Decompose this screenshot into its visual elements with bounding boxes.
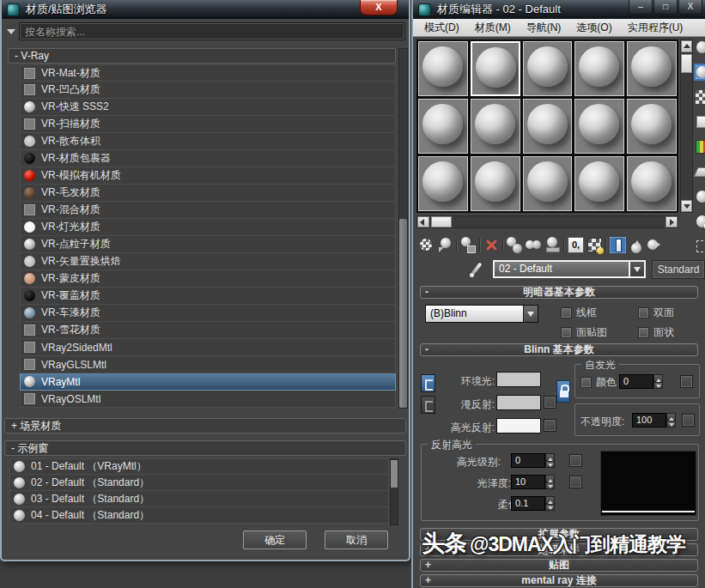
browser-item[interactable]: VR-Mat-材质 (20, 64, 396, 82)
opacity-map-button[interactable] (682, 414, 695, 427)
menu-item-3[interactable]: 选项(O) (568, 21, 619, 35)
scroll-down-button[interactable] (681, 200, 692, 212)
browser-item[interactable]: VRayMtl (20, 373, 396, 391)
sample-type-icon[interactable] (696, 40, 705, 54)
browser-item[interactable]: VR-矢量置换烘焙 (20, 253, 396, 270)
specular-color-swatch[interactable] (496, 418, 541, 433)
select-by-material-icon[interactable] (696, 215, 705, 228)
put-to-library-icon[interactable] (544, 237, 561, 253)
menu-item-2[interactable]: 导航(N) (519, 21, 569, 35)
lock-icon[interactable] (556, 380, 570, 403)
lock-ambient-diffuse-button[interactable] (421, 374, 435, 392)
backlight-icon[interactable] (696, 65, 705, 79)
material-slot[interactable] (574, 99, 624, 154)
spinner-down-icon[interactable] (653, 382, 663, 390)
scroll-left-button[interactable] (417, 216, 429, 227)
material-slot[interactable] (418, 99, 468, 154)
diffuse-color-swatch[interactable] (496, 395, 541, 410)
material-slot[interactable] (627, 99, 677, 154)
group-header-sample-slots[interactable]: - 示例窗 (4, 440, 406, 456)
browser-item[interactable]: VR-覆盖材质 (20, 288, 396, 305)
ambient-color-swatch[interactable] (496, 372, 541, 387)
browser-item[interactable]: VR-散布体积 (20, 133, 396, 150)
material-id-icon[interactable]: 0, (568, 237, 584, 253)
show-end-result-icon[interactable] (610, 237, 626, 253)
search-input[interactable] (19, 22, 405, 40)
browser-close-button[interactable]: X (360, 0, 398, 15)
browser-item[interactable]: VR-毛发材质 (20, 185, 396, 202)
options-icon[interactable] (696, 190, 705, 203)
make-unique-icon[interactable] (526, 237, 542, 253)
close-button[interactable]: X (678, 0, 702, 15)
browser-item[interactable]: VRayOSLMtl (20, 391, 396, 408)
menu-item-0[interactable]: 模式(D) (416, 21, 467, 35)
make-preview-icon[interactable] (696, 165, 705, 179)
spinner-down-icon[interactable] (666, 421, 676, 428)
checkbox-faceted[interactable]: 面状 (638, 325, 674, 340)
color-checkbox[interactable]: 颜色 (580, 375, 617, 390)
rollout-mental-ray-connection[interactable]: + mental ray 连接 (420, 574, 698, 587)
material-slot[interactable] (627, 156, 677, 211)
glossiness-spinner[interactable]: 10 (511, 475, 555, 489)
scroll-up-button[interactable] (681, 40, 692, 52)
material-slot[interactable] (523, 156, 573, 211)
browser-item[interactable]: VRayGLSLMtl (20, 356, 396, 373)
browser-item[interactable]: VR-混合材质 (20, 202, 396, 219)
opacity-spinner[interactable]: 100 (632, 413, 676, 427)
rollout-maps[interactable]: + 贴图 (420, 559, 698, 572)
self-illumination-map-button[interactable] (680, 375, 693, 388)
video-color-check-icon[interactable] (696, 140, 705, 154)
material-slot[interactable] (627, 41, 677, 96)
minimize-button[interactable]: – (629, 0, 653, 15)
sample-slot-row[interactable]: 04 - Default （Standard） (9, 507, 389, 524)
browser-item[interactable]: VR-凹凸材质 (20, 82, 396, 99)
diffuse-map-button[interactable] (544, 396, 556, 409)
scrollbar-thumb[interactable] (431, 216, 452, 227)
rollout-shader-basic-parameters[interactable]: - 明暗器基本参数 (420, 286, 698, 299)
material-slot[interactable] (574, 156, 624, 211)
spinner-up-icon[interactable] (545, 453, 555, 461)
assign-to-selection-icon[interactable] (460, 237, 477, 253)
sample-slot-row[interactable]: 03 - Default （Standard） (9, 491, 389, 507)
browser-item[interactable]: VR-扫描材质 (20, 116, 396, 133)
scrollbar-thumb[interactable] (681, 54, 692, 73)
material-slot[interactable] (574, 41, 624, 96)
glossiness-map-button[interactable] (569, 476, 582, 488)
checkbox-two-sided[interactable]: 双面 (638, 306, 674, 320)
material-name-dropdown[interactable]: 02 - Default (493, 260, 646, 278)
spinner-up-icon[interactable] (666, 413, 676, 421)
material-slot[interactable] (418, 156, 468, 211)
rollout-blinn-basic-parameters[interactable]: - Blinn 基本参数 (420, 343, 698, 356)
chevron-down-icon[interactable] (523, 306, 538, 322)
search-dropdown-icon[interactable] (3, 22, 19, 40)
scrollbar-thumb[interactable] (399, 219, 407, 408)
browser-item[interactable]: VR-车漆材质 (20, 305, 396, 322)
sample-slot-row[interactable]: 01 - Default （VRayMtl） (9, 458, 389, 475)
sample-slot-row[interactable]: 02 - Default （Standard） (9, 475, 389, 491)
spinner-value[interactable]: 10 (511, 475, 545, 489)
scrollbar-thumb[interactable] (391, 460, 398, 488)
browser-item[interactable]: VR-灯光材质 (20, 219, 396, 236)
background-icon[interactable] (696, 90, 705, 104)
browser-list-scrollbar[interactable] (398, 48, 408, 409)
sample-list-scrollbar[interactable] (390, 458, 398, 525)
spinner-up-icon[interactable] (545, 496, 555, 504)
go-forward-icon[interactable] (647, 237, 664, 253)
group-header-vray[interactable]: - V-Ray (8, 48, 396, 64)
scroll-right-button[interactable] (665, 216, 678, 227)
spinner-down-icon[interactable] (545, 504, 555, 512)
material-slot[interactable] (418, 41, 468, 96)
checkbox-wireframe[interactable]: 线框 (561, 306, 597, 320)
specular-map-button[interactable] (544, 419, 556, 432)
browser-item[interactable]: VRay2SidedMtl (20, 339, 396, 356)
slots-vertical-scrollbar[interactable] (680, 39, 693, 213)
material-slot[interactable] (523, 99, 573, 154)
get-material-icon[interactable] (418, 237, 435, 253)
show-in-viewport-icon[interactable] (586, 237, 603, 253)
menu-item-4[interactable]: 实用程序(U) (620, 21, 691, 35)
ok-button[interactable]: 确定 (243, 530, 307, 549)
put-to-scene-icon[interactable] (437, 237, 453, 253)
browser-item[interactable]: VR-材质包裹器 (20, 150, 396, 167)
material-slot[interactable] (471, 156, 520, 211)
lock-diffuse-specular-button[interactable] (421, 396, 435, 414)
